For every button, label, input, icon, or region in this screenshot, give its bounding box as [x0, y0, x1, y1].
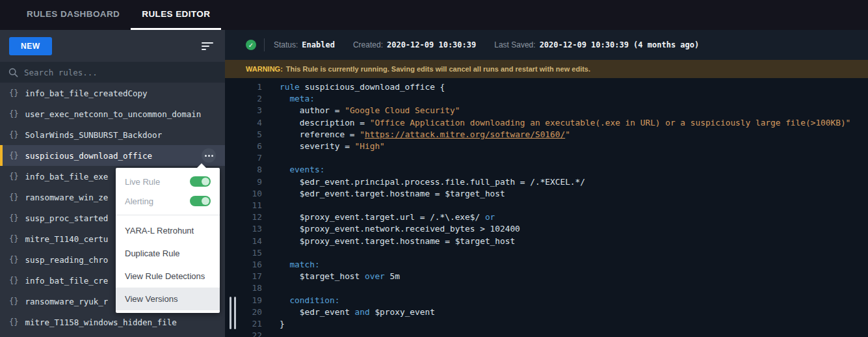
- rule-list-item[interactable]: {}info_bat_file_createdCopy: [0, 83, 225, 103]
- code-line: 18: [225, 282, 868, 294]
- sidebar-toolbar: NEW: [0, 30, 225, 62]
- code-line: 13 $proxy_event.network.received_bytes >…: [225, 223, 868, 235]
- line-number: 8: [225, 164, 262, 176]
- warning-label: WARNING:: [246, 65, 283, 73]
- tab-rules-editor[interactable]: RULES EDITOR: [131, 0, 221, 30]
- code-line: 20 $edr_event and $proxy_event: [225, 306, 868, 318]
- created-value: 2020-12-09 10:30:39: [387, 40, 476, 49]
- braces-icon: {}: [9, 297, 18, 306]
- line-number: 22: [225, 330, 262, 337]
- new-rule-button[interactable]: NEW: [9, 37, 52, 55]
- code-line: 22: [225, 330, 868, 337]
- code-editor[interactable]: 1rule suspicious_download_office {2 meta…: [225, 78, 868, 337]
- braces-icon: {}: [9, 193, 18, 202]
- code-text: author = "Google Cloud Security": [262, 105, 460, 116]
- warning-text: This Rule is currently running. Saving e…: [286, 65, 590, 73]
- menu-item[interactable]: Duplicate Rule: [116, 242, 220, 265]
- rule-list-item[interactable]: {}suspicious_download_office: [0, 145, 225, 166]
- menu-item[interactable]: View Versions: [116, 288, 220, 310]
- rule-name: info_bat_file_exe: [25, 172, 108, 182]
- rule-name: user_exec_netconn_to_uncommon_domain: [25, 109, 201, 119]
- code-text: description = "Office Application downlo…: [262, 117, 850, 129]
- last-saved-value: 2020-12-09 10:30:39 (4 months ago): [540, 40, 700, 49]
- search-bar: [0, 62, 225, 83]
- rule-name: info_bat_file_cre: [25, 276, 108, 286]
- code-text: reference = "https://attack.mitre.org/so…: [262, 129, 570, 141]
- scrollbar-thumb[interactable]: [234, 297, 236, 329]
- warning-bar: WARNING: This Rule is currently running.…: [225, 60, 868, 78]
- code-text: [262, 282, 280, 294]
- toggle-switch[interactable]: [190, 176, 211, 187]
- rule-options-button[interactable]: [202, 148, 216, 163]
- code-line: 3 author = "Google Cloud Security": [225, 105, 868, 116]
- code-line: 15: [225, 247, 868, 259]
- search-icon: [8, 68, 18, 77]
- rule-name: ransomware_ryuk_r: [25, 297, 108, 306]
- rule-name: mitre_T1158_windows_hidden_file: [25, 317, 176, 327]
- code-line: 11: [225, 200, 868, 211]
- code-lines: 1rule suspicious_download_office {2 meta…: [225, 81, 868, 337]
- code-line: 2 meta:: [225, 93, 868, 105]
- sort-filter-icon[interactable]: [199, 40, 216, 53]
- menu-toggle-row: Alerting: [116, 191, 220, 211]
- code-text: $edr_event.target.hostname = $target_hos…: [262, 188, 505, 200]
- braces-icon: {}: [9, 317, 18, 327]
- status-label: Status:: [274, 40, 298, 49]
- toggle-switch[interactable]: [190, 196, 211, 206]
- code-text: condition:: [262, 295, 339, 306]
- line-number: 15: [225, 247, 262, 259]
- status-value: Enabled: [302, 40, 335, 49]
- line-number: 13: [225, 223, 262, 235]
- menu-toggle-label: Live Rule: [125, 177, 160, 187]
- braces-icon: {}: [9, 255, 18, 264]
- line-number: 4: [225, 117, 262, 129]
- braces-icon: {}: [9, 172, 18, 181]
- rule-name: SolarWinds_SUNBURST_Backdoor: [25, 130, 162, 140]
- rule-list-item[interactable]: {}user_exec_netconn_to_uncommon_domain: [0, 103, 225, 124]
- tab-rules-dashboard[interactable]: RULES DASHBOARD: [16, 0, 131, 30]
- line-number: 5: [225, 129, 262, 141]
- code-text: [262, 200, 280, 211]
- menu-item[interactable]: View Rule Detections: [116, 265, 220, 288]
- code-text: match:: [262, 259, 320, 271]
- line-number: 9: [225, 176, 262, 188]
- line-number: 6: [225, 141, 262, 152]
- status-bar: ✓ Status: Enabled Created: 2020-12-09 10…: [225, 30, 868, 60]
- code-line: 8 events:: [225, 164, 868, 176]
- rule-name: ransomware_win_ze: [25, 193, 108, 202]
- menu-item-section: YARA-L RetrohuntDuplicate RuleView Rule …: [116, 219, 220, 310]
- braces-icon: {}: [9, 234, 18, 243]
- line-number: 17: [225, 271, 262, 282]
- menu-toggle-label: Alerting: [125, 196, 153, 206]
- code-text: $proxy_event.target.url = /.*\.exe$/ or: [262, 211, 495, 223]
- context-menu: Live RuleAlerting YARA-L RetrohuntDuplic…: [116, 168, 220, 313]
- top-navigation: RULES DASHBOARD RULES EDITOR: [0, 0, 868, 30]
- rule-list-item[interactable]: {}mitre_T1158_windows_hidden_file: [0, 312, 225, 332]
- code-text: $proxy_event.network.received_bytes > 10…: [262, 223, 520, 235]
- status-group: Status: Enabled: [274, 40, 335, 49]
- rule-name: suspicious_download_office: [25, 151, 152, 161]
- braces-icon: {}: [9, 276, 18, 285]
- braces-icon: {}: [9, 213, 18, 222]
- code-text: }: [262, 318, 285, 330]
- line-number: 16: [225, 259, 262, 271]
- code-line: 16 match:: [225, 259, 868, 271]
- line-number: 10: [225, 188, 262, 200]
- code-line: 9 $edr_event.principal.process.file.full…: [225, 176, 868, 188]
- last-saved-group: Last Saved: 2020-12-09 10:30:39 (4 month…: [494, 40, 699, 49]
- code-text: [262, 152, 280, 164]
- code-text: meta:: [262, 93, 315, 105]
- last-saved-label: Last Saved:: [494, 40, 535, 49]
- line-number: 18: [225, 282, 262, 294]
- code-line: 6 severity = "High": [225, 141, 868, 152]
- menu-toggle-section: Live RuleAlerting: [116, 172, 220, 211]
- rule-list-item[interactable]: {}SolarWinds_SUNBURST_Backdoor: [0, 124, 225, 145]
- menu-divider: [116, 215, 220, 215]
- scrollbar-thumb[interactable]: [230, 297, 231, 329]
- editor-panel: ✓ Status: Enabled Created: 2020-12-09 10…: [225, 30, 868, 337]
- created-group: Created: 2020-12-09 10:30:39: [353, 40, 476, 49]
- created-label: Created:: [353, 40, 383, 49]
- menu-item[interactable]: YARA-L Retrohunt: [116, 219, 220, 242]
- search-input[interactable]: [24, 68, 217, 77]
- code-line: 7: [225, 152, 868, 164]
